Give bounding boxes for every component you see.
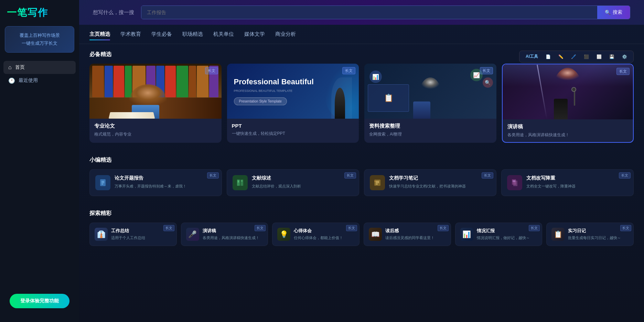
editor-cards-grid: 论文开题报告 万事开头难，开题报告特别难～来，虐我！ 长文 文献综述	[89, 169, 634, 196]
svg-rect-5	[240, 180, 243, 186]
explore-reading-badge: 长文	[438, 225, 449, 231]
explore-internship-desc: 批量生成每日实习日记，越快～	[568, 235, 629, 240]
sidebar: 一笔写作 覆盖上百种写作场景 一键生成万字长文 ⌂ 首页 🕐 最近使用 登录体验…	[0, 0, 79, 322]
card-paper-desc: 格式规范，内容专业	[94, 131, 217, 137]
card-ppt-body: PPT 一键快速生成，轻松搞定PPT	[227, 119, 359, 141]
card-speech-title: 演讲稿	[507, 124, 629, 130]
main-content: 想写什么，搜一搜 🔍 搜索 主页精选 学术教育 学生必备 职场精选 机关单位 媒…	[79, 0, 644, 322]
card-speech-desc: 各类用途，风格演讲稿快速生成！	[507, 132, 629, 138]
tab-student[interactable]: 学生必备	[151, 30, 172, 39]
small-card-notes[interactable]: 文档学习笔记 快速学习总结专业文档/文献，把书读薄的神器 长文	[364, 169, 496, 196]
clock-icon: 🕐	[8, 77, 15, 84]
card-resource-body: 资料搜索整理 全网搜索，AI整理	[364, 119, 496, 141]
card-ppt[interactable]: Professional Beautiful PROFESSIONAL BEAU…	[227, 64, 359, 143]
card-resource[interactable]: 📊 📈 🔍 📋 资料搜索整理 全网搜索，AI整理 长文	[364, 64, 496, 143]
small-card-plagiarism-desc: 文档全文一键改写，降重神器	[526, 183, 628, 189]
ai-tool-settings[interactable]: ⚙️	[620, 54, 629, 60]
explore-card-work[interactable]: 👔 工作总结 适用于个人工作总结 长文	[89, 223, 177, 246]
small-card-literature-title: 文献综述	[252, 175, 353, 181]
small-card-thesis[interactable]: 论文开题报告 万事开头难，开题报告特别难～来，虐我！ 长文	[89, 169, 222, 196]
card-resource-desc: 全网搜索，AI整理	[369, 131, 492, 137]
tab-business[interactable]: 商业分析	[275, 30, 296, 39]
explore-situation-badge: 长文	[529, 225, 540, 231]
ai-tool-doc[interactable]: 📄	[544, 54, 553, 60]
small-card-notes-desc: 快速学习总结专业文档/文献，把书读薄的神器	[389, 183, 491, 189]
explore-card-speech[interactable]: 🎤 演讲稿 各类用途，风格演讲稿快速生成！ 长文	[181, 223, 268, 246]
card-speech[interactable]: 演讲稿 各类用途，风格演讲稿快速生成！ 长文	[502, 64, 634, 143]
ai-tools-label[interactable]: AI工具	[524, 53, 540, 60]
explore-speech-title: 演讲稿	[203, 228, 263, 234]
explore-card-reading[interactable]: 📖 读后感 读后感没灵感的同学看这里！ 长文	[364, 223, 451, 246]
explore-work-desc: 适用于个人工作总结	[111, 235, 172, 240]
ai-tool-edit[interactable]: ✏️	[556, 54, 566, 60]
card-paper[interactable]: 专业论文 格式规范，内容专业 长文	[89, 64, 222, 143]
banner-line2: 一键生成万字长文	[11, 39, 68, 47]
explore-work-content: 工作总结 适用于个人工作总结	[111, 228, 172, 240]
tab-home[interactable]: 主页精选	[89, 30, 110, 39]
card-speech-image	[503, 64, 633, 119]
editor-title: 小编精选	[89, 157, 634, 164]
sidebar-item-home[interactable]: ⌂ 首页	[3, 61, 76, 74]
nav-tabs: 主页精选 学术教育 学生必备 职场精选 机关单位 媒体文学 商业分析	[79, 25, 644, 44]
search-bar: 🔍 搜索	[141, 6, 630, 19]
small-card-plagiarism[interactable]: 文档改写降重 文档全文一键改写，降重神器 长文	[501, 169, 634, 196]
small-card-notes-badge: 长文	[482, 172, 493, 179]
ai-tool-save[interactable]: 💾	[607, 54, 616, 60]
explore-card-experience[interactable]: 💡 心得体会 任何心得体会，都能上价值！ 长文	[272, 223, 359, 246]
login-button[interactable]: 登录体验完整功能	[10, 294, 69, 308]
small-card-literature-badge: 长文	[344, 172, 356, 179]
ppt-slide-title: Professional Beautiful	[234, 77, 314, 87]
tab-workplace[interactable]: 职场精选	[182, 30, 203, 39]
card-ppt-desc: 一键快速生成，轻松搞定PPT	[232, 130, 354, 137]
explore-situation-title: 情况汇报	[477, 228, 537, 234]
explore-card-internship[interactable]: 📋 实习日记 批量生成每日实习日记，越快～ 长文	[546, 223, 634, 246]
card-resource-title: 资料搜索整理	[369, 123, 492, 129]
search-input[interactable]	[141, 6, 597, 19]
search-button[interactable]: 🔍 搜索	[597, 6, 630, 19]
explore-reading-title: 读后感	[385, 228, 446, 234]
explore-speech-badge: 长文	[255, 225, 266, 231]
search-hint: 想写什么，搜一搜	[93, 9, 134, 16]
banner-line1: 覆盖上百种写作场景	[11, 31, 68, 39]
svg-rect-15	[513, 181, 517, 186]
ai-tool-crop[interactable]: ⬛	[582, 54, 591, 60]
ai-tool-box[interactable]: ⬜	[594, 54, 604, 60]
small-card-thesis-content: 论文开题报告 万事开头难，开题报告特别难～来，虐我！	[115, 175, 216, 189]
explore-card-situation[interactable]: 📊 情况汇报 情况说明汇报，做好记，越快～ 长文	[455, 223, 543, 246]
explore-cards-grid: 👔 工作总结 适用于个人工作总结 长文 🎤 演讲稿 各类用途，风格演讲稿快速生成…	[89, 223, 634, 246]
small-card-thesis-title: 论文开题报告	[115, 175, 216, 181]
explore-internship-badge: 长文	[620, 225, 631, 231]
tab-media[interactable]: 媒体文学	[244, 30, 265, 39]
small-card-literature[interactable]: 文献综述 文献总结评价，观点深入剖析 长文	[227, 169, 359, 196]
ppt-cta-btn: Presentation Style Template	[234, 97, 287, 105]
card-speech-body: 演讲稿 各类用途，风格演讲稿快速生成！	[503, 119, 633, 142]
ai-toolbar: AI工具 📄 ✏️ 🖊️ ⬛ ⬜ 💾 ⚙️	[519, 51, 634, 63]
ppt-subtitle: PROFESSIONAL BEAUTIFUL TEMPLATE	[234, 89, 293, 93]
card-ppt-badge: 长文	[342, 67, 355, 74]
logo-text: 一笔写作	[7, 6, 48, 19]
small-card-plagiarism-badge: 长文	[619, 172, 631, 179]
tab-academic[interactable]: 学术教育	[120, 30, 141, 39]
nav-home-label: 首页	[15, 64, 25, 71]
small-card-plagiarism-icon	[507, 175, 522, 190]
card-ppt-image: Professional Beautiful PROFESSIONAL BEAU…	[227, 64, 359, 119]
card-ppt-title: PPT	[232, 123, 354, 129]
small-card-thesis-badge: 长文	[207, 172, 219, 179]
card-speech-badge: 长文	[616, 68, 630, 75]
small-card-literature-desc: 文献总结评价，观点深入剖析	[252, 183, 353, 189]
ai-tool-pen[interactable]: 🖊️	[569, 54, 578, 60]
small-card-notes-title: 文档学习笔记	[389, 175, 491, 181]
card-paper-body: 专业论文 格式规范，内容专业	[89, 119, 222, 141]
explore-internship-icon: 📋	[551, 228, 565, 241]
explore-experience-title: 心得体会	[294, 228, 354, 234]
tab-government[interactable]: 机关单位	[213, 30, 234, 39]
nav-recent-label: 最近使用	[19, 77, 38, 84]
card-paper-image	[89, 64, 222, 119]
small-card-notes-content: 文档学习笔记 快速学习总结专业文档/文献，把书读薄的神器	[389, 175, 491, 189]
explore-speech-icon: 🎤	[186, 228, 199, 241]
small-card-plagiarism-title: 文档改写降重	[526, 175, 628, 181]
top-bar: 想写什么，搜一搜 🔍 搜索	[79, 0, 644, 25]
explore-speech-content: 演讲稿 各类用途，风格演讲稿快速生成！	[203, 228, 263, 240]
featured-section: 必备精选 AI工具 📄 ✏️ 🖊️ ⬛ ⬜ 💾 ⚙️	[79, 44, 644, 150]
sidebar-item-recent[interactable]: 🕐 最近使用	[3, 74, 76, 87]
